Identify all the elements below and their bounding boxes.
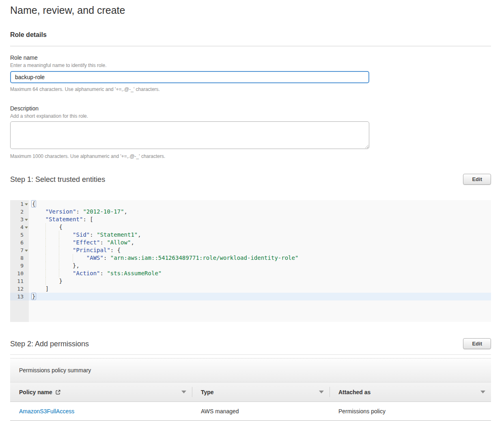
fold-arrow-icon[interactable] <box>25 219 28 221</box>
page-content: Name, review, and create Role details Ro… <box>0 4 504 421</box>
column-header-type[interactable]: Type <box>192 382 330 402</box>
page-title: Name, review, and create <box>10 4 491 16</box>
code-line-text: { <box>29 200 491 208</box>
role-name-label: Role name <box>10 54 491 61</box>
step1-edit-button[interactable]: Edit <box>463 174 491 185</box>
policy-table-body: AmazonS3FullAccessAWS managedPermissions… <box>10 402 491 421</box>
fold-arrow-icon[interactable] <box>25 250 28 252</box>
role-details-divider <box>10 46 491 46</box>
code-line-text: } <box>29 277 491 285</box>
code-line-text: "Effect": "Allow", <box>29 239 491 246</box>
code-line[interactable]: 12] <box>10 285 491 293</box>
fold-arrow-icon[interactable] <box>25 203 28 205</box>
role-details-heading: Role details <box>10 31 491 39</box>
description-textarea[interactable] <box>10 121 369 149</box>
fold-arrow-icon[interactable] <box>25 227 28 229</box>
description-field-wrap <box>10 121 369 149</box>
code-line-text: }, <box>29 262 491 270</box>
code-line-text: "Action": "sts:AssumeRole" <box>29 270 491 277</box>
policy-name-link[interactable]: AmazonS3FullAccess <box>19 408 74 415</box>
code-line[interactable]: 11} <box>10 277 491 285</box>
policy-type-cell: AWS managed <box>192 402 330 421</box>
code-line-text: "Statement": [ <box>29 216 491 223</box>
policy-table: Policy nameTypeAttached as AmazonS3FullA… <box>10 382 491 421</box>
description-constraint: Maximum 1000 characters. Use alphanumeri… <box>10 153 491 159</box>
code-line[interactable]: 1{ <box>10 200 491 208</box>
code-line[interactable]: 2"Version": "2012-10-17", <box>10 208 491 216</box>
code-line[interactable]: 5"Sid": "Statement1", <box>10 231 491 239</box>
code-line[interactable]: 7"Principal": { <box>10 246 491 254</box>
line-number: 9 <box>10 262 29 270</box>
permissions-panel-title: Permissions policy summary <box>19 367 91 374</box>
sort-dropdown-icon[interactable] <box>480 391 485 393</box>
step2-header-row: Step 2: Add permissions Edit <box>10 338 491 349</box>
code-line[interactable]: 8"AWS": "arn:aws:iam::541263489771:role/… <box>10 254 491 262</box>
step2-edit-button[interactable]: Edit <box>463 338 491 349</box>
code-line-text: "AWS": "arn:aws:iam::541263489771:role/w… <box>29 254 491 262</box>
line-number: 4 <box>10 223 29 231</box>
code-line[interactable]: 3"Statement": [ <box>10 216 491 223</box>
line-number: 10 <box>10 270 29 277</box>
policy-attached-as-cell: Permissions policy <box>330 402 491 421</box>
step1-header-row: Step 1: Select trusted entities Edit <box>10 174 491 185</box>
line-number: 13 <box>10 293 29 300</box>
line-number: 7 <box>10 246 29 254</box>
code-line-text: "Version": "2012-10-17", <box>29 208 491 216</box>
role-name-constraint: Maximum 64 characters. Use alphanumeric … <box>10 86 491 92</box>
column-header-policy-name[interactable]: Policy name <box>10 382 192 402</box>
code-line[interactable]: 6"Effect": "Allow", <box>10 239 491 246</box>
description-label: Description <box>10 105 491 112</box>
code-line-text: "Sid": "Statement1", <box>29 231 491 239</box>
line-number: 5 <box>10 231 29 239</box>
code-line-text: { <box>29 223 491 231</box>
code-line[interactable]: 4{ <box>10 223 491 231</box>
line-number: 11 <box>10 277 29 285</box>
role-name-input[interactable] <box>10 71 369 83</box>
description-hint: Add a short explanation for this role. <box>10 113 491 119</box>
line-number: 12 <box>10 285 29 293</box>
code-line-text: } <box>29 293 491 300</box>
sort-dropdown-icon[interactable] <box>319 391 324 393</box>
line-number: 8 <box>10 254 29 262</box>
permissions-panel: Permissions policy summary Policy nameTy… <box>10 358 491 421</box>
column-header-attached-as[interactable]: Attached as <box>330 382 491 402</box>
code-line[interactable]: 10"Action": "sts:AssumeRole" <box>10 270 491 277</box>
step2-divider <box>10 354 491 355</box>
table-row: AmazonS3FullAccessAWS managedPermissions… <box>10 402 491 421</box>
code-line-text: "Principal": { <box>29 246 491 254</box>
permissions-panel-titlebar: Permissions policy summary <box>10 358 491 382</box>
line-number: 3 <box>10 216 29 223</box>
code-line[interactable]: 9}, <box>10 262 491 270</box>
external-link-icon <box>55 389 61 395</box>
step2-heading: Step 2: Add permissions <box>10 339 89 349</box>
line-number: 1 <box>10 200 29 208</box>
line-number: 6 <box>10 239 29 246</box>
policy-table-header-row: Policy nameTypeAttached as <box>10 382 491 402</box>
line-number: 2 <box>10 208 29 216</box>
sort-dropdown-icon[interactable] <box>181 391 186 393</box>
trust-policy-code-editor[interactable]: 1{2"Version": "2012-10-17",3"Statement":… <box>10 200 491 322</box>
code-line[interactable]: 13} <box>10 293 491 300</box>
step1-heading: Step 1: Select trusted entities <box>10 175 105 184</box>
code-line-text: ] <box>29 285 491 293</box>
role-name-hint: Enter a meaningful name to identify this… <box>10 63 491 68</box>
